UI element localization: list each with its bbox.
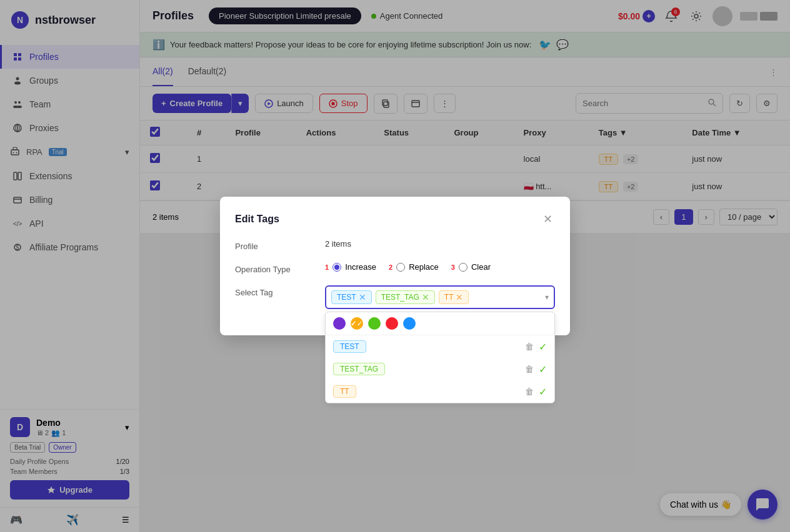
- tag-list: TEST 🗑 ✓ TEST_TAG 🗑 ✓: [326, 335, 554, 403]
- replace-option[interactable]: 2 Replace: [389, 262, 439, 272]
- color-filter-dots: ✓: [333, 317, 547, 330]
- modal-overlay[interactable]: Edit Tags ✕ Profile 2 items Operation Ty…: [0, 0, 790, 532]
- tag-dropdown-arrow-icon: ▾: [545, 293, 549, 302]
- clear-radio[interactable]: [459, 263, 468, 272]
- tag-selector[interactable]: TEST ✕ TEST_TAG ✕ TT ✕ ▾: [325, 285, 555, 309]
- num1-label: 1: [325, 264, 329, 271]
- num3-label: 3: [451, 264, 455, 271]
- select-tt-tag-button[interactable]: ✓: [539, 386, 547, 398]
- remove-test-tag-button[interactable]: ✕: [359, 292, 366, 302]
- tag-dropdown: ✓ TEST 🗑 ✓: [325, 312, 555, 403]
- tag-list-item-test-tag: TEST_TAG 🗑 ✓: [326, 358, 554, 380]
- increase-radio[interactable]: [332, 263, 341, 272]
- modal-select-tag-row: Select Tag TEST ✕ TEST_TAG ✕ TT ✕: [235, 285, 555, 309]
- remove-tt-tag-button[interactable]: ✕: [456, 292, 463, 302]
- tag-test-tag-actions: 🗑 ✓: [525, 363, 547, 375]
- tag-search-input[interactable]: [472, 293, 541, 302]
- clear-option[interactable]: 3 Clear: [451, 262, 491, 272]
- tag-list-item-test: TEST 🗑 ✓: [326, 335, 554, 358]
- edit-tags-modal: Edit Tags ✕ Profile 2 items Operation Ty…: [220, 197, 570, 335]
- select-tag-label: Select Tag: [235, 285, 310, 297]
- increase-option[interactable]: 1 Increase: [325, 262, 376, 272]
- modal-profile-row: Profile 2 items: [235, 239, 555, 251]
- increase-label: Increase: [345, 262, 376, 272]
- tag-list-item-tt: TT 🗑 ✓: [326, 380, 554, 403]
- tag-test-tag-chip: TEST_TAG: [333, 363, 385, 375]
- profile-value: 2 items: [325, 239, 351, 249]
- modal-op-type-row: Operation Type 1 Increase 2 Replace 3 Cl…: [235, 262, 555, 274]
- tag-selector-container: TEST ✕ TEST_TAG ✕ TT ✕ ▾: [325, 285, 555, 309]
- select-test-tag-button[interactable]: ✓: [539, 341, 547, 353]
- delete-test-tag-button[interactable]: 🗑: [525, 342, 534, 352]
- tag-tt-actions: 🗑 ✓: [525, 386, 547, 398]
- profile-label: Profile: [235, 239, 310, 251]
- modal-close-button[interactable]: ✕: [540, 212, 555, 227]
- tag-test-chip: TEST: [333, 340, 366, 353]
- selected-tag-test: TEST ✕: [331, 290, 372, 304]
- color-dot-red[interactable]: [386, 317, 398, 330]
- tag-test-actions: 🗑 ✓: [525, 341, 547, 353]
- color-dot-purple[interactable]: [333, 317, 346, 330]
- color-dot-gold[interactable]: ✓: [351, 317, 363, 330]
- replace-radio[interactable]: [396, 263, 405, 272]
- color-dot-blue[interactable]: [403, 317, 416, 330]
- tag-tt-chip: TT: [333, 385, 356, 398]
- remove-test-tag-tag-button[interactable]: ✕: [422, 292, 429, 302]
- replace-label: Replace: [409, 262, 439, 272]
- op-type-label: Operation Type: [235, 262, 310, 274]
- select-test-tag-tag-button[interactable]: ✓: [539, 363, 547, 375]
- operation-type-radio-group: 1 Increase 2 Replace 3 Clear: [325, 262, 491, 272]
- color-dot-green[interactable]: [368, 317, 381, 330]
- selected-tag-tt: TT ✕: [439, 290, 469, 304]
- delete-test-tag-tag-button[interactable]: 🗑: [525, 364, 534, 374]
- selected-tag-test-tag: TEST_TAG ✕: [376, 290, 435, 304]
- modal-title: Edit Tags: [235, 214, 279, 225]
- num2-label: 2: [389, 264, 392, 271]
- delete-tt-tag-button[interactable]: 🗑: [525, 387, 534, 397]
- clear-label: Clear: [471, 262, 491, 272]
- modal-header: Edit Tags ✕: [235, 212, 555, 227]
